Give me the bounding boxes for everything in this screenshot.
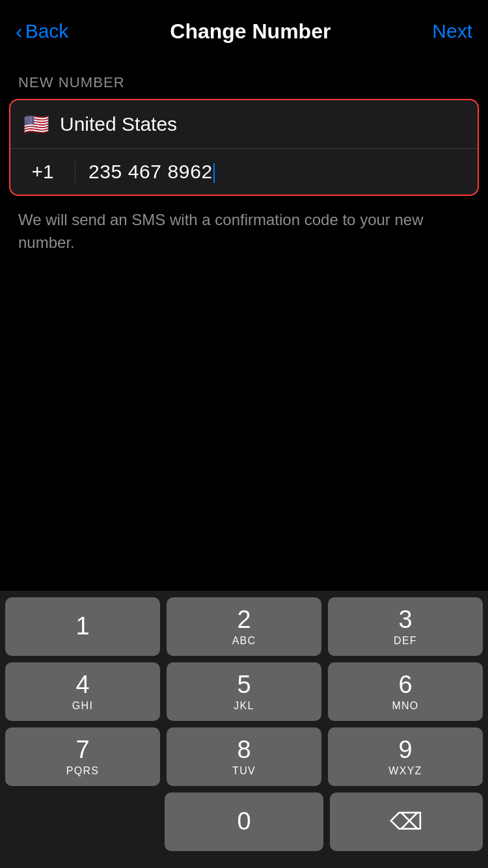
delete-key[interactable]: ⌫ — [330, 793, 483, 851]
page-title: Change Number — [170, 20, 331, 44]
key-3[interactable]: 3 DEF — [328, 597, 483, 656]
keyboard-row-4: 0 ⌫ — [5, 793, 483, 851]
key-0[interactable]: 0 — [165, 793, 323, 851]
key-6[interactable]: 6 MNO — [328, 662, 483, 721]
country-code: +1 — [23, 161, 75, 183]
key-7[interactable]: 7 PQRS — [5, 727, 160, 786]
chevron-left-icon: ‹ — [16, 20, 23, 44]
back-label: Back — [25, 20, 69, 42]
section-label: NEW NUMBER — [0, 74, 488, 91]
key-9[interactable]: 9 WXYZ — [328, 727, 483, 786]
phone-input-container[interactable]: 🇺🇸 United States +1 235 467 8962 — [9, 99, 479, 196]
info-text: We will send an SMS with a confirmation … — [0, 196, 488, 254]
keyboard-row-1: 1 2 ABC 3 DEF — [5, 597, 483, 656]
phone-number-input[interactable]: 235 467 8962 — [75, 161, 465, 183]
key-empty — [5, 793, 158, 851]
key-4[interactable]: 4 GHI — [5, 662, 160, 721]
country-flag: 🇺🇸 — [23, 112, 49, 137]
next-button[interactable]: Next — [432, 20, 472, 42]
navigation-bar: ‹ Back Change Number Next — [0, 0, 488, 59]
content-area: NEW NUMBER 🇺🇸 United States +1 235 467 8… — [0, 59, 488, 254]
country-name: United States — [60, 113, 177, 135]
back-button[interactable]: ‹ Back — [16, 20, 68, 44]
keyboard: 1 2 ABC 3 DEF 4 GHI 5 JKL 6 MNO 7 PQRS — [0, 591, 488, 868]
key-2[interactable]: 2 ABC — [167, 597, 321, 656]
key-1[interactable]: 1 — [5, 597, 160, 656]
key-8[interactable]: 8 TUV — [167, 727, 321, 786]
country-selector[interactable]: 🇺🇸 United States — [10, 100, 478, 149]
keyboard-row-2: 4 GHI 5 JKL 6 MNO — [5, 662, 483, 721]
delete-icon: ⌫ — [390, 808, 423, 835]
phone-number-row: +1 235 467 8962 — [10, 149, 478, 195]
text-cursor — [213, 163, 215, 183]
key-5[interactable]: 5 JKL — [167, 662, 321, 721]
keyboard-row-3: 7 PQRS 8 TUV 9 WXYZ — [5, 727, 483, 786]
